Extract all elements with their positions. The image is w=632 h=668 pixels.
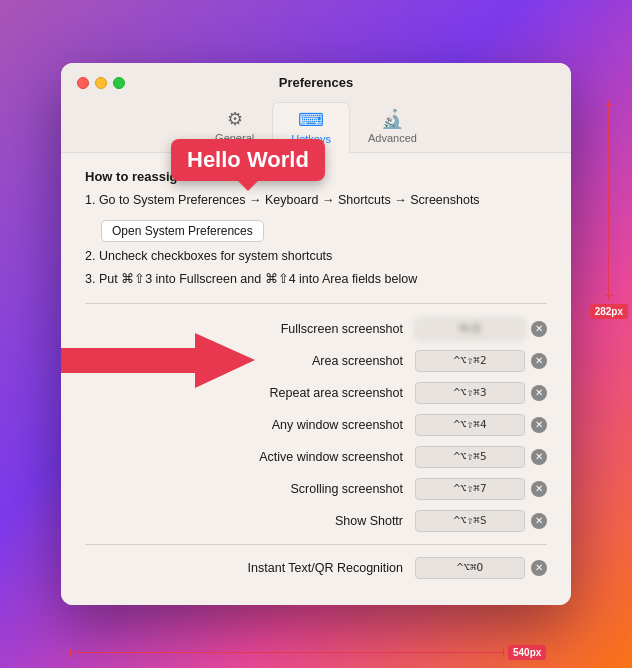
shortcut-input-active-window: ^⌥⇧⌘5 ✕ <box>415 446 547 468</box>
shortcut-field-ocr[interactable]: ^⌥⌘O <box>415 557 525 579</box>
clear-repeat-button[interactable]: ✕ <box>531 385 547 401</box>
shortcut-label-scrolling: Scrolling screenshot <box>85 482 415 496</box>
ruler-bottom-badge: 540px <box>508 645 546 660</box>
shortcut-input-area: ^⌥⇧⌘2 ✕ <box>415 350 547 372</box>
divider-bottom <box>85 544 547 545</box>
minimize-button[interactable] <box>95 77 107 89</box>
step-2: 2. Uncheck checkboxes for system shortcu… <box>85 248 547 266</box>
general-icon: ⚙ <box>227 108 243 130</box>
shortcut-input-scrolling: ^⌥⇧⌘7 ✕ <box>415 478 547 500</box>
shortcut-input-ocr: ^⌥⌘O ✕ <box>415 557 547 579</box>
clear-scrolling-button[interactable]: ✕ <box>531 481 547 497</box>
close-button[interactable] <box>77 77 89 89</box>
shortcut-row-show-shottr: Show Shottr ^⌥⇧⌘S ✕ <box>85 510 547 532</box>
shortcut-field-scrolling[interactable]: ^⌥⇧⌘7 <box>415 478 525 500</box>
clear-area-button[interactable]: ✕ <box>531 353 547 369</box>
shortcut-field-repeat[interactable]: ^⌥⇧⌘3 <box>415 382 525 404</box>
step-3: 3. Put ⌘⇧3 into Fullscreen and ⌘⇧4 into … <box>85 271 547 289</box>
window-title: Preferences <box>279 75 353 90</box>
shortcut-field-any-window[interactable]: ^⌥⇧⌘4 <box>415 414 525 436</box>
clear-active-window-button[interactable]: ✕ <box>531 449 547 465</box>
hello-world-tooltip-container: Hello World <box>171 139 325 181</box>
ruler-right: 282px <box>590 100 628 319</box>
shortcut-field-active-window[interactable]: ^⌥⇧⌘5 <box>415 446 525 468</box>
shortcut-row-scrolling: Scrolling screenshot ^⌥⇧⌘7 ✕ <box>85 478 547 500</box>
clear-ocr-button[interactable]: ✕ <box>531 560 547 576</box>
shortcut-label-show-shottr: Show Shottr <box>85 514 415 528</box>
tooltip-arrow <box>238 181 258 191</box>
tab-advanced-label: Advanced <box>368 132 417 144</box>
content-area: How to reassign default shortcuts 1. Go … <box>61 153 571 605</box>
clear-show-shottr-button[interactable]: ✕ <box>531 513 547 529</box>
tab-advanced[interactable]: 🔬 Advanced <box>350 102 435 152</box>
clear-fullscreen-button[interactable]: ✕ <box>531 321 547 337</box>
shortcut-row-any-window: Any window screenshot ^⌥⇧⌘4 ✕ <box>85 414 547 436</box>
hello-world-tooltip: Hello World <box>171 139 325 181</box>
preferences-window: Preferences ⚙ General ⌨ Hotkeys 🔬 Advanc… <box>61 63 571 605</box>
shortcut-label-active-window: Active window screenshot <box>85 450 415 464</box>
traffic-lights <box>77 77 125 89</box>
shortcuts-section: Fullscreen screenshot ⌘⇧3 ✕ Area screens… <box>85 318 547 532</box>
shortcut-row-active-window: Active window screenshot ^⌥⇧⌘5 ✕ <box>85 446 547 468</box>
advanced-icon: 🔬 <box>381 108 403 130</box>
clear-any-window-button[interactable]: ✕ <box>531 417 547 433</box>
shortcut-field-show-shottr[interactable]: ^⌥⇧⌘S <box>415 510 525 532</box>
shortcut-input-any-window: ^⌥⇧⌘4 ✕ <box>415 414 547 436</box>
shortcut-input-repeat: ^⌥⇧⌘3 ✕ <box>415 382 547 404</box>
open-system-prefs-button[interactable]: Open System Preferences <box>101 220 264 242</box>
zoom-button[interactable] <box>113 77 125 89</box>
step-1: 1. Go to System Preferences → Keyboard →… <box>85 192 547 210</box>
shortcut-input-fullscreen: ⌘⇧3 ✕ <box>415 318 547 340</box>
shortcut-field-fullscreen[interactable]: ⌘⇧3 <box>415 318 525 340</box>
arrow-decoration <box>61 333 255 392</box>
shortcut-input-show-shottr: ^⌥⇧⌘S ✕ <box>415 510 547 532</box>
shortcut-row-ocr: Instant Text/QR Recognition ^⌥⌘O ✕ <box>85 557 547 579</box>
ruler-right-badge: 282px <box>590 304 628 319</box>
shortcut-label-any-window: Any window screenshot <box>85 418 415 432</box>
divider-top <box>85 303 547 304</box>
shortcut-field-area[interactable]: ^⌥⇧⌘2 <box>415 350 525 372</box>
hotkeys-icon: ⌨ <box>298 109 324 131</box>
ruler-bottom: 540px <box>70 645 546 660</box>
svg-marker-0 <box>61 333 255 388</box>
shortcut-label-ocr: Instant Text/QR Recognition <box>85 561 415 575</box>
